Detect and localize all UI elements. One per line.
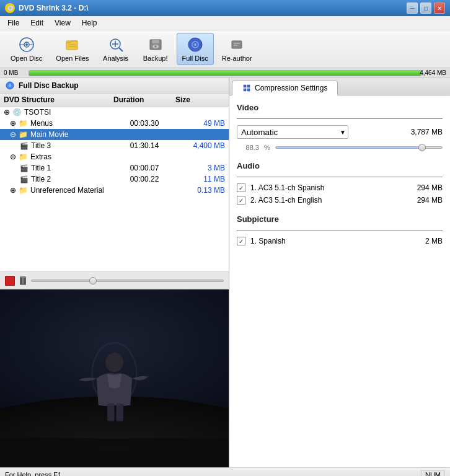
compression-tab-label: Compression Settings: [255, 84, 327, 92]
backup-button[interactable]: Backup!: [137, 33, 174, 65]
col-size: Size: [175, 95, 225, 104]
playback-slider[interactable]: [31, 280, 224, 282]
analysis-button[interactable]: Analysis: [97, 33, 135, 65]
re-author-label: Re-author: [222, 55, 252, 62]
maximize-button[interactable]: □: [420, 2, 431, 14]
svg-rect-33: [247, 89, 250, 91]
open-disc-label: Open Disc: [11, 55, 42, 62]
open-disc-icon: [18, 36, 35, 53]
tree-label: TSOTSI: [24, 108, 51, 117]
menu-help[interactable]: Help: [77, 17, 102, 29]
title-bar-left: 💿 DVD Shrink 3.2 - D:\: [5, 3, 89, 13]
video-preview: [0, 289, 229, 467]
col-duration: Duration: [113, 95, 175, 104]
progress-label-left: 0 MB: [4, 69, 18, 76]
tree-label: Extras: [30, 152, 51, 161]
svg-rect-19: [232, 41, 242, 48]
tree-size: 4,400 MB: [175, 141, 225, 150]
video-section-header: Video: [237, 103, 443, 112]
disc-icon: 💿: [12, 108, 22, 117]
window-controls[interactable]: ─ □ ✕: [407, 2, 445, 14]
tree-label: Unreferenced Material: [30, 186, 104, 195]
video-mode-dropdown-wrapper[interactable]: Automatic Custom No Compression ▼: [237, 125, 348, 139]
backup-label: Backup!: [143, 55, 168, 62]
subpicture-section: Subpicture ✓ 1. Spanish 2 MB: [237, 214, 443, 245]
re-author-button[interactable]: Re-author: [216, 33, 258, 65]
video-mode-dropdown[interactable]: Automatic Custom No Compression: [237, 125, 348, 139]
svg-rect-5: [66, 41, 77, 50]
video-controls: Automatic Custom No Compression ▼ 3,787 …: [237, 125, 443, 139]
svg-point-23: [9, 84, 12, 87]
svg-point-18: [194, 43, 196, 46]
tree-row[interactable]: ⊕ 📁 Unreferenced Material 0.13 MB: [0, 185, 229, 196]
preview-svg: [0, 289, 229, 467]
player-controls: [0, 272, 229, 289]
backup-icon: [147, 36, 164, 53]
audio1-size: 294 MB: [417, 183, 443, 192]
svg-rect-32: [244, 89, 246, 91]
tree-row[interactable]: 🎬 Title 2 00:00.22 11 MB: [0, 174, 229, 185]
menu-file[interactable]: File: [2, 17, 24, 29]
menu-edit[interactable]: Edit: [25, 17, 48, 29]
sub1-checkbox[interactable]: ✓: [237, 237, 245, 245]
progress-bar-container: 0 MB 4,464 MB: [0, 68, 450, 78]
video-size-display: 3,787 MB: [411, 128, 443, 136]
sub1-size: 2 MB: [425, 237, 443, 245]
full-disc-icon: [187, 36, 204, 53]
progress-fill: [29, 71, 421, 76]
svg-point-26: [105, 353, 123, 372]
subpicture-section-header: Subpicture: [237, 214, 443, 224]
audio-item: ✓ 2. AC3 5.1-ch English 294 MB: [237, 196, 443, 205]
audio1-checkbox[interactable]: ✓: [237, 183, 245, 192]
minimize-button[interactable]: ─: [407, 2, 418, 14]
backup-header-label: Full Disc Backup: [19, 81, 79, 90]
close-button[interactable]: ✕: [434, 2, 445, 14]
tree-row[interactable]: 🎬 Title 1 00:00.07 3 MB: [0, 162, 229, 174]
analysis-icon: [107, 36, 125, 53]
num-indicator: NUM: [421, 470, 445, 477]
tree-duration: 01:30.14: [113, 141, 175, 150]
folder-icon: 📁: [19, 130, 28, 139]
compression-content: Video Automatic Custom No Compression ▼ …: [229, 95, 450, 467]
tree-duration: 00:00.07: [113, 164, 175, 172]
menu-view[interactable]: View: [50, 17, 76, 29]
tree-row[interactable]: ⊖ 📁 Extras: [0, 151, 229, 162]
audio-section: Audio ✓ 1. AC3 5.1-ch Spanish 294 MB ✓ 2…: [237, 161, 443, 205]
tree-duration: 00:03.30: [113, 119, 175, 128]
full-disc-button[interactable]: Full Disc: [177, 33, 214, 65]
tree-row[interactable]: ⊕ 📁 Menus 00:03.30 49 MB: [0, 118, 229, 129]
window-title: DVD Shrink 3.2 - D:\: [19, 4, 89, 12]
tree-row[interactable]: 🎬 Title 3 01:30.14 4,400 MB: [0, 140, 229, 151]
audio2-label: 2. AC3 5.1-ch English: [250, 196, 322, 205]
tree-row[interactable]: ⊕ 💿 TSOTSI: [0, 107, 229, 118]
film-icon: 🎬: [20, 142, 29, 150]
preview-scene: [0, 289, 229, 467]
tree-size: 3 MB: [175, 164, 225, 172]
expand-icon: ⊕: [10, 119, 16, 128]
tree-container: DVD Structure Duration Size ⊕ 💿 TSOTSI ⊕…: [0, 94, 229, 272]
open-files-icon: [64, 36, 81, 53]
svg-line-9: [119, 48, 123, 51]
svg-rect-30: [244, 85, 246, 87]
audio-item: ✓ 1. AC3 5.1-ch Spanish 294 MB: [237, 183, 443, 192]
progress-track: [29, 70, 421, 76]
progress-label-right: 4,464 MB: [420, 69, 446, 76]
folder-icon: 📁: [19, 152, 28, 161]
slider-thumb: [89, 277, 97, 284]
open-files-button[interactable]: Open Files: [50, 33, 94, 65]
expand-icon: ⊖: [10, 152, 16, 161]
svg-rect-27: [107, 403, 114, 421]
compression-slider[interactable]: [275, 146, 443, 149]
stop-button[interactable]: [5, 276, 15, 286]
svg-rect-31: [247, 85, 250, 87]
tree-row-main-movie[interactable]: ⊖ 📁 Main Movie: [0, 129, 229, 140]
audio2-checkbox[interactable]: ✓: [237, 196, 245, 205]
tree-header: DVD Structure Duration Size: [0, 94, 229, 107]
compression-tab[interactable]: Compression Settings: [232, 81, 338, 95]
open-disc-button[interactable]: Open Disc: [5, 33, 48, 65]
backup-header-icon: [5, 81, 15, 90]
sub-divider: [237, 230, 443, 231]
pause-button[interactable]: [20, 276, 26, 285]
audio-section-header: Audio: [237, 161, 443, 170]
audio-divider: [237, 177, 443, 177]
